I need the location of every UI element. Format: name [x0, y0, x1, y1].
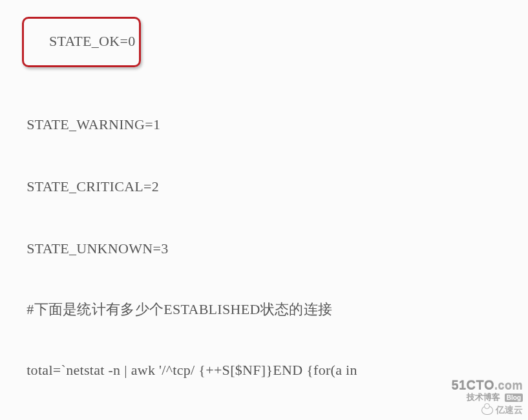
code-line-1: STATE_WARNING=1 — [12, 103, 528, 146]
code-text: #下面是统计有多少个ESTABLISHED状态的连接 — [26, 301, 332, 317]
code-line-6: '{print$NF}'` — [12, 411, 528, 420]
code-text: STATE_WARNING=1 — [26, 116, 160, 132]
code-line-5: total=`netstat -n | awk '/^tcp/ {++S[$NF… — [12, 349, 528, 392]
code-text: STATE_UNKNOWN=3 — [26, 240, 168, 257]
code-line-2: STATE_CRITICAL=2 — [12, 165, 528, 208]
highlight-box-top: STATE_OK=0 — [22, 17, 141, 67]
code-block: STATE_OK=0 STATE_WARNING=1 STATE_CRITICA… — [0, 3, 528, 420]
code-text: total=`netstat -n | awk '/^tcp/ {++S[$NF… — [26, 362, 357, 378]
code-text: STATE_OK=0 — [49, 33, 135, 49]
code-line-3: STATE_UNKNOWN=3 — [12, 227, 528, 270]
code-text: STATE_CRITICAL=2 — [26, 178, 159, 194]
code-line-0: STATE_OK=0 — [12, 3, 528, 81]
code-line-4: #下面是统计有多少个ESTABLISHED状态的连接 — [12, 288, 528, 331]
